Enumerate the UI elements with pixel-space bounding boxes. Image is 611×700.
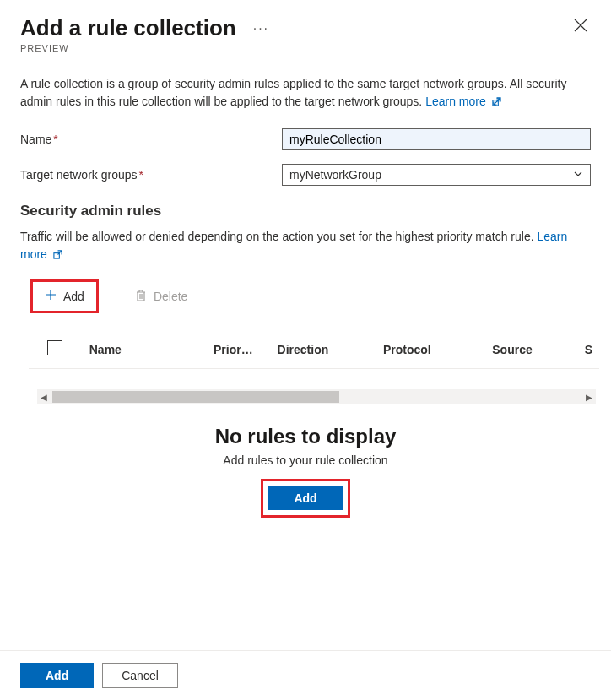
close-icon[interactable]: [570, 15, 591, 37]
delete-rule-button: Delete: [123, 282, 199, 312]
add-rule-primary-button[interactable]: Add: [268, 486, 342, 510]
col-s[interactable]: S: [585, 343, 592, 356]
col-protocol[interactable]: Protocol: [383, 343, 492, 356]
scroll-thumb[interactable]: [52, 391, 339, 403]
target-groups-label: Target network groups*: [20, 168, 282, 182]
col-prior[interactable]: Prior…: [214, 343, 278, 356]
delete-label: Delete: [154, 290, 187, 303]
learn-more-link[interactable]: Learn more: [425, 95, 500, 108]
more-icon[interactable]: ···: [250, 21, 273, 36]
required-indicator: *: [139, 168, 143, 182]
scroll-left-icon[interactable]: ◀: [37, 389, 51, 404]
plus-icon: [45, 289, 57, 304]
footer-add-button[interactable]: Add: [20, 663, 94, 688]
rules-table: Name Prior… Direction Protocol Source S …: [29, 330, 599, 404]
security-rules-heading: Security admin rules: [20, 203, 591, 220]
description-text: A rule collection is a group of security…: [20, 75, 591, 111]
add-rule-button[interactable]: Add: [30, 279, 99, 313]
required-indicator: *: [53, 133, 57, 146]
empty-title: No rules to display: [20, 425, 591, 448]
col-name[interactable]: Name: [89, 343, 214, 356]
select-all-checkbox[interactable]: [47, 340, 62, 355]
empty-subtitle: Add rules to your rule collection: [20, 453, 591, 467]
footer-cancel-button[interactable]: Cancel: [102, 663, 178, 688]
preview-tag: PREVIEW: [20, 43, 591, 53]
target-groups-select[interactable]: myNetworkGroup: [282, 164, 591, 186]
col-direction[interactable]: Direction: [278, 343, 383, 356]
security-rules-text: Traffic will be allowed or denied depend…: [20, 228, 591, 264]
page-title: Add a rule collection: [20, 15, 236, 41]
chevron-down-icon: [573, 168, 583, 182]
external-link-icon: [53, 247, 62, 264]
horizontal-scrollbar[interactable]: ◀ ▶: [37, 389, 596, 404]
toolbar-separator: [111, 287, 111, 306]
trash-icon: [135, 289, 147, 305]
col-source[interactable]: Source: [492, 343, 584, 356]
external-link-icon: [492, 94, 501, 111]
select-value: myNetworkGroup: [289, 168, 573, 182]
highlight-box: Add: [261, 479, 349, 518]
name-input[interactable]: [282, 128, 591, 150]
add-label: Add: [63, 290, 84, 303]
scroll-right-icon[interactable]: ▶: [582, 389, 596, 404]
name-label: Name*: [20, 133, 282, 146]
table-header-row: Name Prior… Direction Protocol Source S: [29, 330, 599, 369]
